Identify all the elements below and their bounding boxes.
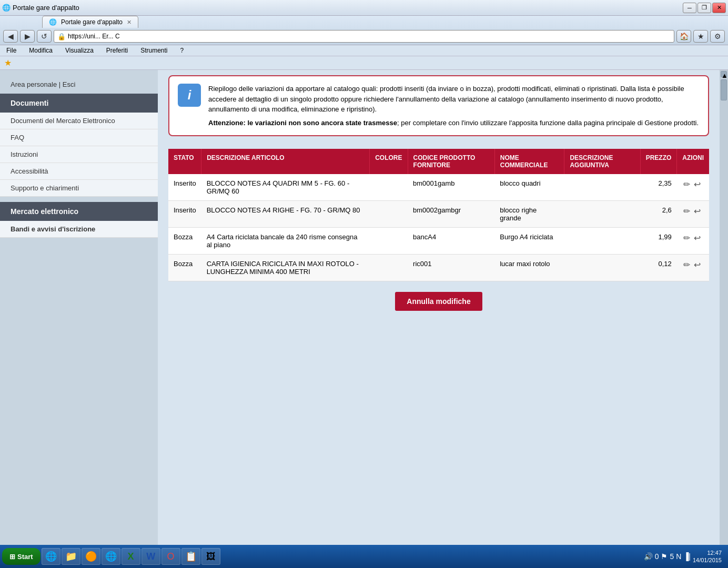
menu-bar: File Modifica Visualizza Preferiti Strum… [0, 45, 728, 56]
products-table: STATO DESCRIZIONE ARTICOLO COLORE CODICE… [168, 149, 709, 281]
systray-sound: 🔊 [644, 552, 653, 561]
taskbar-orange-icon[interactable]: 🟠 [82, 548, 100, 565]
cell-descrizione-agg [564, 228, 640, 255]
sidebar-accessibilita[interactable]: Accessibilità [0, 163, 158, 180]
taskbar-explorer-icon[interactable]: 📁 [62, 548, 80, 565]
cell-prezzo: 2,35 [640, 174, 677, 201]
menu-visualizza[interactable]: Visualizza [63, 46, 96, 55]
tab-label: Portale gare d'appalto [61, 18, 123, 26]
annulla-section: Annulla modifiche [168, 292, 709, 311]
favorites-star[interactable]: ★ [4, 58, 12, 68]
cell-nome: blocco righe grande [494, 201, 564, 228]
tab-favicon: 🌐 [49, 18, 57, 26]
cell-colore [370, 201, 408, 228]
taskbar-excel-icon[interactable]: X [122, 548, 140, 565]
sidebar-documenti-mercato[interactable]: Documenti del Mercato Elettronico [0, 113, 158, 129]
info-warning-bold: Attenzione: le variazioni non sono ancor… [208, 119, 397, 127]
address-input[interactable] [68, 33, 671, 40]
tab-bar: 🌐 Portale gare d'appalto ✕ [0, 16, 728, 28]
menu-preferiti[interactable]: Preferiti [104, 46, 130, 55]
menu-help[interactable]: ? [178, 46, 186, 55]
star-icon[interactable]: ★ [693, 30, 708, 43]
cell-nome: lucar maxi rotolo [494, 255, 564, 281]
scrollbar[interactable]: ▲ [720, 70, 728, 564]
cell-colore [370, 255, 408, 281]
sidebar-supporto[interactable]: Supporto e chiarimenti [0, 180, 158, 197]
taskbar-outlook-icon[interactable]: O [161, 548, 180, 565]
browser-favicon: 🌐 [2, 4, 11, 12]
minimize-button[interactable]: ─ [683, 3, 696, 13]
systray-speaker2: ▐| [683, 552, 691, 561]
undo-button-3[interactable]: ↩ [693, 260, 702, 270]
col-prezzo: PREZZO [640, 149, 677, 174]
undo-button-0[interactable]: ↩ [693, 179, 702, 189]
edit-button-1[interactable]: ✏ [682, 206, 691, 216]
cell-prezzo: 1,99 [640, 228, 677, 255]
clock-date: 14/01/2015 [693, 556, 722, 564]
gear-icon[interactable]: ⚙ [710, 30, 725, 43]
browser-chrome: 🌐 Portale gare d'appalto ✕ ◀ ▶ ↺ 🔒 🏠 ★ ⚙ [0, 16, 728, 45]
main-wrapper: Area personale | Esci Documenti Document… [0, 70, 728, 564]
edit-button-2[interactable]: ✏ [682, 233, 691, 243]
col-nome: NOME COMMERCIALE [494, 149, 564, 174]
refresh-button[interactable]: ↺ [37, 30, 52, 43]
close-button[interactable]: ✕ [712, 3, 726, 13]
edit-button-3[interactable]: ✏ [682, 260, 691, 270]
table-header: STATO DESCRIZIONE ARTICOLO COLORE CODICE… [168, 149, 709, 174]
taskbar-chrome-icon[interactable]: 🌐 [102, 548, 120, 565]
scroll-up[interactable]: ▲ [721, 71, 727, 77]
scroll-thumb[interactable] [721, 79, 727, 100]
taskbar: ⊞ Start 🌐 📁 🟠 🌐 X W O 📋 🖼 🔊 0 ⚑ 5 N ▐| 1… [0, 545, 728, 568]
taskbar-app2-icon[interactable]: 🖼 [201, 548, 220, 565]
cell-codice: bm0001gamb [408, 174, 494, 201]
table-row: Inserito BLOCCO NOTES A4 RIGHE - FG. 70 … [168, 201, 709, 228]
cell-colore [370, 174, 408, 201]
undo-button-1[interactable]: ↩ [693, 206, 702, 216]
cell-codice: bancA4 [408, 228, 494, 255]
home-icon[interactable]: 🏠 [676, 30, 691, 43]
clock-display[interactable]: 12:47 14/01/2015 [693, 549, 722, 564]
col-descrizione: DESCRIZIONE ARTICOLO [201, 149, 370, 174]
tab-close-icon[interactable]: ✕ [127, 19, 132, 26]
content-area: i Riepilogo delle variazioni da apportar… [158, 70, 720, 564]
undo-button-2[interactable]: ↩ [693, 233, 702, 243]
area-personale-link[interactable]: Area personale | Esci [0, 75, 158, 94]
forward-button[interactable]: ▶ [20, 30, 35, 43]
table-row: Bozza A4 Carta riciclata bancale da 240 … [168, 228, 709, 255]
sidebar: Area personale | Esci Documenti Document… [0, 70, 158, 564]
address-bar-container[interactable]: 🔒 [54, 30, 674, 43]
menu-strumenti[interactable]: Strumenti [138, 46, 169, 55]
sidebar-faq[interactable]: FAQ [0, 129, 158, 146]
back-button[interactable]: ◀ [3, 30, 18, 43]
cell-colore [370, 228, 408, 255]
info-icon: i [178, 84, 201, 107]
active-tab[interactable]: 🌐 Portale gare d'appalto ✕ [42, 16, 138, 28]
cell-descrizione: BLOCCO NOTES A4 RIGHE - FG. 70 - GR/MQ 8… [201, 201, 370, 228]
start-label: Start [17, 553, 33, 561]
cell-azioni: ✏ ↩ [677, 228, 709, 255]
edit-button-0[interactable]: ✏ [682, 179, 691, 189]
cell-descrizione: CARTA IGIENICA RICICLATA IN MAXI ROTOLO … [201, 255, 370, 281]
menu-file[interactable]: File [4, 46, 18, 55]
sidebar-bandi-avvisi[interactable]: Bandi e avvisi d'iscrizione [0, 221, 158, 238]
taskbar-systray: 🔊 0 ⚑ 5 N ▐| 12:47 14/01/2015 [644, 549, 726, 564]
sidebar-istruzioni[interactable]: Istruzioni [0, 146, 158, 163]
start-button[interactable]: ⊞ Start [2, 548, 41, 565]
annulla-modifiche-button[interactable]: Annulla modifiche [395, 292, 482, 311]
taskbar-ie-icon[interactable]: 🌐 [42, 548, 60, 565]
taskbar-app1-icon[interactable]: 📋 [181, 548, 200, 565]
cell-azioni: ✏ ↩ [677, 255, 709, 281]
table-row: Inserito BLOCCO NOTES A4 QUADRI MM 5 - F… [168, 174, 709, 201]
cell-stato: Inserito [168, 201, 201, 228]
col-codice: CODICE PRODOTTO FORNITORE [408, 149, 494, 174]
col-colore: COLORE [370, 149, 408, 174]
cell-descrizione-agg [564, 255, 640, 281]
start-windows-icon: ⊞ [9, 553, 15, 561]
cell-descrizione-agg [564, 201, 640, 228]
taskbar-word-icon[interactable]: W [141, 548, 160, 565]
menu-modifica[interactable]: Modifica [27, 46, 55, 55]
sidebar-mercato-header: Mercato elettronico [0, 202, 158, 221]
restore-button[interactable]: ❐ [697, 3, 711, 13]
cell-codice: ric001 [408, 255, 494, 281]
info-box: i Riepilogo delle variazioni da apportar… [168, 75, 709, 136]
